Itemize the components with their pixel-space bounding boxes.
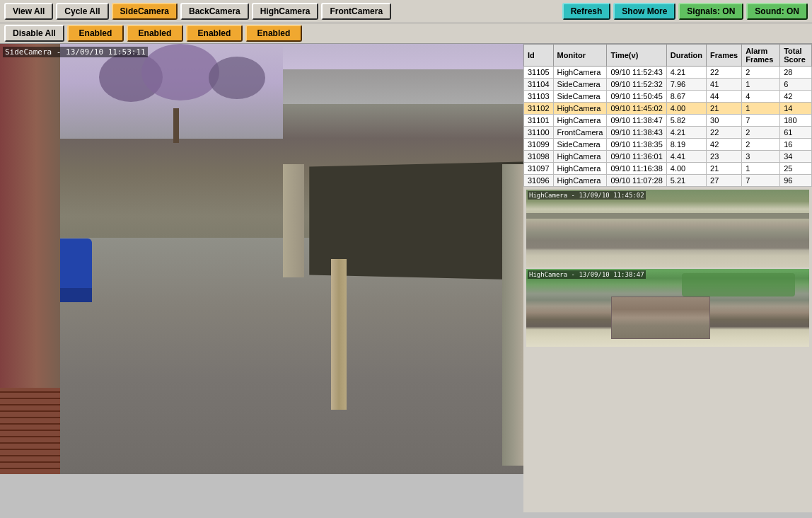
- col-time: Time(v): [607, 45, 666, 67]
- table-row[interactable]: 31103SideCamera09/10 11:50:458.6744442: [524, 91, 812, 103]
- table-cell: 27: [707, 175, 742, 187]
- table-cell: 31103: [524, 91, 554, 103]
- table-row[interactable]: 31101HighCamera09/10 11:38:475.82307180: [524, 115, 812, 127]
- gutter-line: [526, 213, 809, 219]
- vegetation-patch: [682, 273, 795, 297]
- col-id: Id: [524, 45, 554, 67]
- side-camera-button[interactable]: SideCamera: [112, 3, 178, 20]
- table-cell: 44: [707, 91, 742, 103]
- table-cell: 22: [707, 127, 742, 139]
- table-cell: 09/10 11:38:35: [607, 139, 666, 151]
- cycle-all-button[interactable]: Cycle All: [56, 3, 108, 20]
- table-cell: 96: [780, 175, 812, 187]
- table-cell: 7: [742, 175, 780, 187]
- table-cell: 09/10 11:38:47: [607, 115, 666, 127]
- table-row[interactable]: 31105HighCamera09/10 11:52:434.2122228: [524, 67, 812, 79]
- table-cell: 6: [780, 79, 812, 91]
- table-cell: 42: [707, 139, 742, 151]
- table-cell: 2: [742, 67, 780, 79]
- table-cell: 31100: [524, 127, 554, 139]
- table-cell: 31099: [524, 139, 554, 151]
- table-cell: 61: [780, 127, 812, 139]
- table-cell: SideCamera: [553, 91, 607, 103]
- main-content: SideCamera - 13/09/10 11:53:11 Id Monito…: [0, 44, 812, 512]
- table-cell: 16: [780, 139, 812, 151]
- table-cell: 14: [780, 103, 812, 115]
- table-cell: 31102: [524, 103, 554, 115]
- table-cell: 5.21: [666, 175, 706, 187]
- high-camera-button[interactable]: HighCamera: [252, 3, 319, 20]
- table-row[interactable]: 31099SideCamera09/10 11:38:358.1942216: [524, 139, 812, 151]
- table-cell: 31097: [524, 163, 554, 175]
- table-cell: 21: [707, 103, 742, 115]
- right-column: [502, 164, 523, 466]
- table-cell: 09/10 11:45:02: [607, 103, 666, 115]
- main-camera-feed: SideCamera - 13/09/10 11:53:11: [0, 44, 523, 474]
- table-cell: 25: [780, 163, 812, 175]
- thumbnails-area: HighCamera - 13/09/10 11:45:02 HighCamer…: [523, 187, 812, 512]
- signals-button[interactable]: Signals: ON: [678, 3, 743, 20]
- col-duration: Duration: [666, 45, 706, 67]
- enabled-high-button[interactable]: Enabled: [186, 25, 243, 42]
- table-row[interactable]: 31097HighCamera09/10 11:16:384.0021125: [524, 163, 812, 175]
- table-cell: FrontCamera: [553, 127, 607, 139]
- table-cell: HighCamera: [553, 103, 607, 115]
- table-cell: 09/10 11:16:38: [607, 163, 666, 175]
- front-camera-button[interactable]: FrontCamera: [321, 3, 391, 20]
- disable-all-button[interactable]: Disable All: [4, 25, 64, 42]
- table-cell: 09/10 11:07:28: [607, 175, 666, 187]
- events-table-container[interactable]: Id Monitor Time(v) Duration Frames Alarm…: [523, 44, 812, 187]
- table-row[interactable]: 31100FrontCamera09/10 11:38:434.2122261: [524, 127, 812, 139]
- events-table: Id Monitor Time(v) Duration Frames Alarm…: [523, 44, 812, 187]
- col-total-score: Total Score: [780, 45, 812, 67]
- thumbnail-1[interactable]: HighCamera - 13/09/10 11:45:02: [526, 190, 809, 267]
- table-cell: 34: [780, 151, 812, 163]
- show-more-button[interactable]: Show More: [613, 3, 675, 20]
- table-cell: 22: [707, 67, 742, 79]
- table-cell: 09/10 11:52:43: [607, 67, 666, 79]
- table-cell: HighCamera: [553, 175, 607, 187]
- table-cell: 8.19: [666, 139, 706, 151]
- table-cell: 4: [742, 91, 780, 103]
- enabled-front-button[interactable]: Enabled: [245, 25, 302, 42]
- table-cell: 42: [780, 91, 812, 103]
- tree-blob-2: [141, 44, 219, 100]
- table-cell: 4.41: [666, 151, 706, 163]
- table-cell: 4.21: [666, 127, 706, 139]
- table-cell: 09/10 11:52:32: [607, 79, 666, 91]
- enabled-side-button[interactable]: Enabled: [67, 25, 124, 42]
- toolbar-left: View All Cycle All SideCamera BackCamera…: [4, 3, 559, 20]
- main-camera-label: SideCamera - 13/09/10 11:53:11: [3, 47, 148, 57]
- table-cell: 09/10 11:38:43: [607, 127, 666, 139]
- table-cell: 30: [707, 115, 742, 127]
- table-cell: HighCamera: [553, 151, 607, 163]
- table-cell: HighCamera: [553, 67, 607, 79]
- thumb-scene-1-bg: [526, 190, 809, 267]
- table-cell: 23: [707, 151, 742, 163]
- table-cell: 4.00: [666, 103, 706, 115]
- thumb-scene-2-bg: [526, 269, 809, 347]
- table-cell: 7: [742, 115, 780, 127]
- back-camera-button[interactable]: BackCamera: [180, 3, 249, 20]
- refresh-button[interactable]: Refresh: [562, 3, 611, 20]
- table-cell: 41: [707, 79, 742, 91]
- thumbnail-2[interactable]: HighCamera - 13/09/10 11:38:47: [526, 269, 809, 347]
- table-cell: HighCamera: [553, 163, 607, 175]
- right-panel: Id Monitor Time(v) Duration Frames Alarm…: [523, 44, 812, 512]
- table-row[interactable]: 31104SideCamera09/10 11:52:327.964116: [524, 79, 812, 91]
- enabled-back-button[interactable]: Enabled: [127, 25, 183, 42]
- table-cell: 31104: [524, 79, 554, 91]
- view-all-button[interactable]: View All: [4, 3, 53, 20]
- col-frames: Frames: [707, 45, 742, 67]
- table-cell: 31098: [524, 151, 554, 163]
- sound-button[interactable]: Sound: ON: [746, 3, 808, 20]
- table-cell: 4.00: [666, 163, 706, 175]
- table-row[interactable]: 31102HighCamera09/10 11:45:024.0021114: [524, 103, 812, 115]
- tree-blob-3: [209, 57, 265, 99]
- table-row[interactable]: 31096HighCamera09/10 11:07:285.2127796: [524, 175, 812, 187]
- table-cell: 31096: [524, 175, 554, 187]
- table-cell: 3: [742, 151, 780, 163]
- table-row[interactable]: 31098HighCamera09/10 11:36:014.4123334: [524, 151, 812, 163]
- table-cell: 28: [780, 67, 812, 79]
- toolbar-row2: Disable All Enabled Enabled Enabled Enab…: [0, 23, 812, 44]
